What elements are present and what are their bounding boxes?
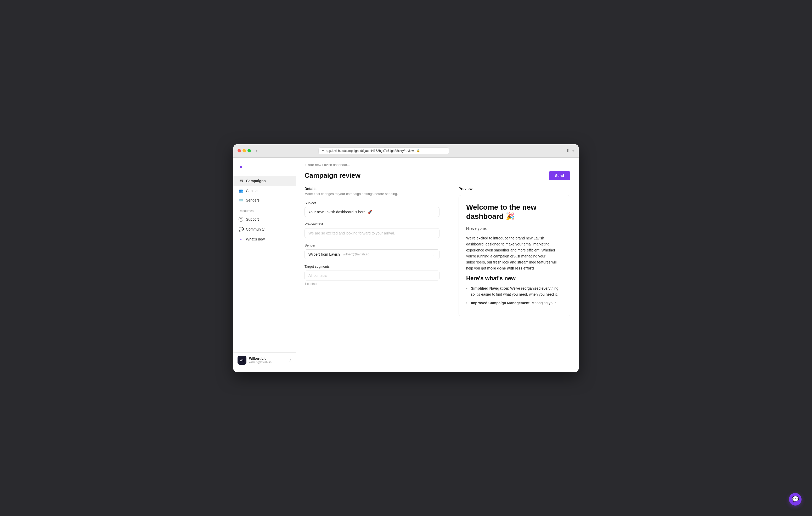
sidebar-nav: ✉ Campaigns 👥 Contacts 🪪 Senders Resourc…	[233, 176, 296, 352]
target-label: Target segments	[304, 265, 439, 269]
avatar: WL	[237, 356, 246, 365]
url-text: app.lavish.so/campaigns/01jacmf4152hgx7b…	[326, 149, 413, 153]
email-heading: Welcome to the new dashboard 🎉	[466, 203, 563, 221]
preview-panel-title: Preview	[459, 187, 570, 191]
whats-new-label: What's new	[246, 237, 265, 241]
email-body1: We're excited to introduce the brand new…	[466, 235, 563, 272]
main-content: ‹ Your new Lavish dashboar... Campaign r…	[296, 158, 579, 372]
sidebar-logo: ✦	[233, 162, 296, 176]
sidebar-item-whats-new[interactable]: ✦ What's new	[233, 235, 296, 244]
browser-chrome: ‹ ✦ app.lavish.so/campaigns/01jacmf4152h…	[233, 144, 579, 158]
target-input[interactable]	[304, 271, 439, 280]
community-icon: 💬	[239, 227, 243, 232]
email-italic-just: just	[515, 254, 520, 258]
breadcrumb-text: Your new Lavish dashboar...	[307, 163, 350, 167]
content-area: Details Make final changes to your campa…	[296, 187, 579, 372]
community-label: Community	[246, 227, 264, 231]
email-bold-cta: more done with less effort!	[487, 266, 534, 270]
sender-group: Sender Wilbert from Lavish wilbert@lavis…	[304, 243, 439, 259]
details-panel: Details Make final changes to your campa…	[304, 187, 450, 372]
new-tab-button[interactable]: +	[572, 148, 575, 153]
campaigns-icon: ✉	[239, 179, 243, 183]
sidebar-item-contacts[interactable]: 👥 Contacts	[233, 186, 296, 195]
preview-panel: Preview Welcome to the new dashboard 🎉 H…	[450, 187, 570, 372]
url-icon: ✦	[322, 149, 324, 152]
whats-new-icon: ✦	[239, 237, 243, 241]
subject-label: Subject	[304, 201, 439, 205]
page-title: Campaign review	[304, 172, 360, 180]
list-item: Improved Campaign Management: Managing y…	[466, 300, 563, 306]
user-info: Wilbert Liu wilbert@lavish.so	[249, 357, 286, 364]
email-list: Simplified Navigation: We've reorganized…	[466, 285, 563, 306]
share-button[interactable]: ⬆	[566, 148, 570, 153]
target-group: Target segments 1 contact	[304, 265, 439, 286]
subject-input[interactable]	[304, 207, 439, 217]
sender-label: Sender	[304, 243, 439, 247]
details-panel-title: Details	[304, 187, 439, 191]
page-title-row: Campaign review Send	[304, 171, 570, 180]
back-button[interactable]: ‹	[254, 148, 258, 154]
breadcrumb[interactable]: ‹ Your new Lavish dashboar...	[304, 163, 570, 167]
subject-group: Subject	[304, 201, 439, 217]
contact-count: 1 contact	[304, 282, 439, 286]
preview-text-label: Preview text	[304, 222, 439, 226]
fullscreen-button[interactable]	[248, 149, 251, 152]
list-item-bold-1: Improved Campaign Management	[471, 301, 529, 305]
send-button[interactable]: Send	[549, 171, 570, 180]
sidebar: ✦ ✉ Campaigns 👥 Contacts 🪪 Senders Resou…	[233, 158, 296, 372]
breadcrumb-arrow-icon: ‹	[304, 163, 306, 167]
traffic-lights	[237, 149, 251, 152]
sender-email: wilbert@lavish.so	[343, 252, 369, 256]
sender-dropdown-icon: ⌄	[432, 252, 436, 256]
sender-name: Wilbert from Lavish	[309, 252, 340, 256]
page-header: ‹ Your new Lavish dashboar... Campaign r…	[296, 158, 579, 187]
sidebar-item-community[interactable]: 💬 Community	[233, 224, 296, 235]
preview-text-group: Preview text	[304, 222, 439, 238]
sender-select[interactable]: Wilbert from Lavish wilbert@lavish.so ⌄	[304, 249, 439, 259]
resources-section-label: Resources	[233, 205, 296, 214]
preview-text-input[interactable]	[304, 228, 439, 238]
user-menu-button[interactable]: ∧	[289, 358, 292, 362]
list-item-text-1: : Managing your	[529, 301, 556, 305]
logo-icon: ✦	[239, 164, 243, 171]
close-button[interactable]	[237, 149, 241, 152]
sidebar-item-support[interactable]: ? Support	[233, 214, 296, 224]
sidebar-item-campaigns[interactable]: ✉ Campaigns	[233, 176, 296, 186]
support-icon: ?	[239, 217, 243, 222]
list-item-bold-0: Simplified Navigation	[471, 286, 508, 291]
user-email: wilbert@lavish.so	[249, 361, 286, 364]
senders-icon: 🪪	[239, 198, 243, 202]
email-greeting: Hi everyone,	[466, 225, 563, 232]
user-name: Wilbert Liu	[249, 357, 286, 361]
contacts-label: Contacts	[246, 189, 260, 193]
app-container: ✦ ✉ Campaigns 👥 Contacts 🪪 Senders Resou…	[233, 158, 579, 372]
senders-label: Senders	[246, 198, 260, 202]
details-panel-desc: Make final changes to your campaign sett…	[304, 192, 439, 196]
email-preview: Welcome to the new dashboard 🎉 Hi everyo…	[459, 195, 570, 316]
sidebar-footer: WL Wilbert Liu wilbert@lavish.so ∧	[233, 352, 296, 368]
address-bar[interactable]: ✦ app.lavish.so/campaigns/01jacmf4152hgx…	[318, 147, 449, 154]
chat-bubble-button[interactable]: 💬	[789, 493, 802, 506]
minimize-button[interactable]	[242, 149, 246, 152]
browser-actions: ⬆ +	[566, 148, 575, 153]
contacts-icon: 👥	[239, 189, 243, 193]
support-label: Support	[246, 217, 259, 221]
email-section-title: Here's what's new	[466, 275, 563, 282]
sidebar-item-senders[interactable]: 🪪 Senders	[233, 195, 296, 205]
campaigns-label: Campaigns	[246, 179, 265, 183]
lock-icon: 🔒	[416, 149, 420, 152]
browser-window: ‹ ✦ app.lavish.so/campaigns/01jacmf4152h…	[233, 144, 579, 372]
list-item: Simplified Navigation: We've reorganized…	[466, 285, 563, 298]
